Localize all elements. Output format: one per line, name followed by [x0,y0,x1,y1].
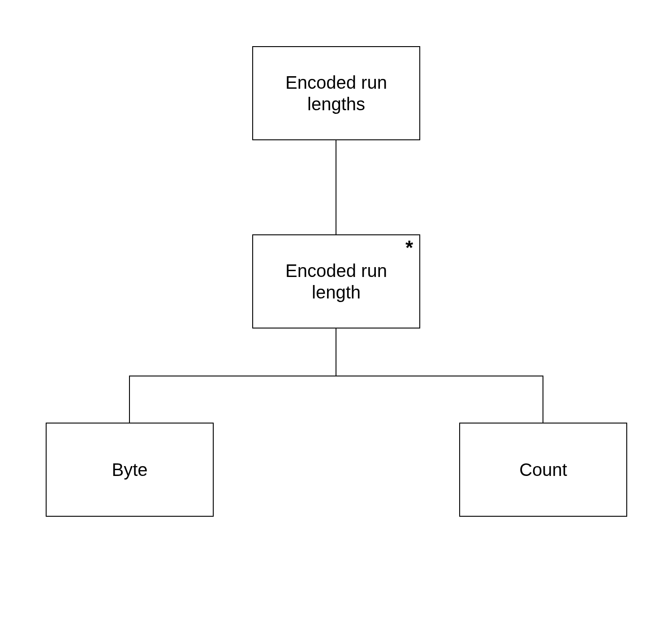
node-encoded-run-length: Encoded run length * [252,234,420,328]
connector-branch-horizontal [129,376,543,376]
multiplicity-asterisk: * [405,238,413,258]
connector-root-to-mid [336,140,336,234]
node-label: Encoded run length [262,260,410,303]
node-label: Count [519,459,567,480]
node-count: Count [459,423,627,517]
node-byte: Byte [46,423,214,517]
node-label: Byte [112,459,147,480]
connector-branch-to-byte [129,376,130,423]
connector-branch-to-count [543,376,543,423]
node-encoded-run-lengths: Encoded run lengths [252,46,420,140]
connector-mid-to-branch [336,328,336,376]
node-label: Encoded run lengths [262,72,410,115]
